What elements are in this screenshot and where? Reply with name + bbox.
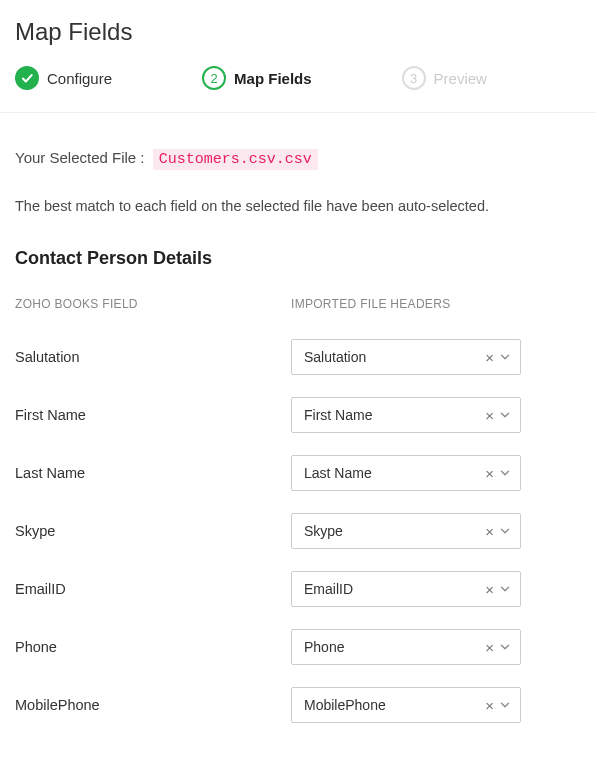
page-title: Map Fields xyxy=(0,0,596,66)
clear-icon[interactable]: × xyxy=(483,408,496,423)
field-row: PhonePhone× xyxy=(15,629,581,665)
select-value: Skype xyxy=(304,523,483,539)
clear-icon[interactable]: × xyxy=(483,640,496,655)
select-value: MobilePhone xyxy=(304,697,483,713)
field-label: First Name xyxy=(15,407,291,423)
step-map-fields[interactable]: 2 Map Fields xyxy=(202,66,312,90)
content-area: Your Selected File : Customers.csv.csv T… xyxy=(0,113,596,723)
header-select[interactable]: EmailID× xyxy=(291,571,521,607)
field-label: Skype xyxy=(15,523,291,539)
chevron-down-icon xyxy=(498,408,512,422)
step-label: Map Fields xyxy=(234,70,312,87)
clear-icon[interactable]: × xyxy=(483,466,496,481)
chevron-down-icon xyxy=(498,524,512,538)
selected-file-name: Customers.csv.csv xyxy=(153,149,318,170)
step-configure[interactable]: Configure xyxy=(15,66,112,90)
chevron-down-icon xyxy=(498,582,512,596)
selected-file-prefix: Your Selected File : xyxy=(15,149,145,166)
chevron-down-icon xyxy=(498,466,512,480)
header-select[interactable]: MobilePhone× xyxy=(291,687,521,723)
step-label: Configure xyxy=(47,70,112,87)
field-row: MobilePhoneMobilePhone× xyxy=(15,687,581,723)
field-label: Salutation xyxy=(15,349,291,365)
step-number-icon: 2 xyxy=(202,66,226,90)
clear-icon[interactable]: × xyxy=(483,582,496,597)
clear-icon[interactable]: × xyxy=(483,524,496,539)
field-row: Last NameLast Name× xyxy=(15,455,581,491)
select-value: Salutation xyxy=(304,349,483,365)
header-select[interactable]: Salutation× xyxy=(291,339,521,375)
column-headers: ZOHO BOOKS FIELD IMPORTED FILE HEADERS xyxy=(15,297,581,311)
header-select[interactable]: Phone× xyxy=(291,629,521,665)
field-label: EmailID xyxy=(15,581,291,597)
field-row: EmailIDEmailID× xyxy=(15,571,581,607)
chevron-down-icon xyxy=(498,350,512,364)
automap-hint: The best match to each field on the sele… xyxy=(15,198,581,214)
stepper: Configure 2 Map Fields 3 Preview xyxy=(0,66,596,113)
chevron-down-icon xyxy=(498,698,512,712)
field-row: SkypeSkype× xyxy=(15,513,581,549)
section-title: Contact Person Details xyxy=(15,248,581,269)
select-value: First Name xyxy=(304,407,483,423)
header-select[interactable]: First Name× xyxy=(291,397,521,433)
field-label: MobilePhone xyxy=(15,697,291,713)
selected-file-row: Your Selected File : Customers.csv.csv xyxy=(15,149,581,168)
step-preview[interactable]: 3 Preview xyxy=(402,66,487,90)
chevron-down-icon xyxy=(498,640,512,654)
header-select[interactable]: Skype× xyxy=(291,513,521,549)
column-header-right: IMPORTED FILE HEADERS xyxy=(291,297,581,311)
step-number-icon: 3 xyxy=(402,66,426,90)
field-row: SalutationSalutation× xyxy=(15,339,581,375)
column-header-left: ZOHO BOOKS FIELD xyxy=(15,297,291,311)
select-value: EmailID xyxy=(304,581,483,597)
step-label: Preview xyxy=(434,70,487,87)
field-row: First NameFirst Name× xyxy=(15,397,581,433)
field-label: Last Name xyxy=(15,465,291,481)
clear-icon[interactable]: × xyxy=(483,350,496,365)
clear-icon[interactable]: × xyxy=(483,698,496,713)
select-value: Phone xyxy=(304,639,483,655)
check-icon xyxy=(15,66,39,90)
select-value: Last Name xyxy=(304,465,483,481)
header-select[interactable]: Last Name× xyxy=(291,455,521,491)
field-label: Phone xyxy=(15,639,291,655)
